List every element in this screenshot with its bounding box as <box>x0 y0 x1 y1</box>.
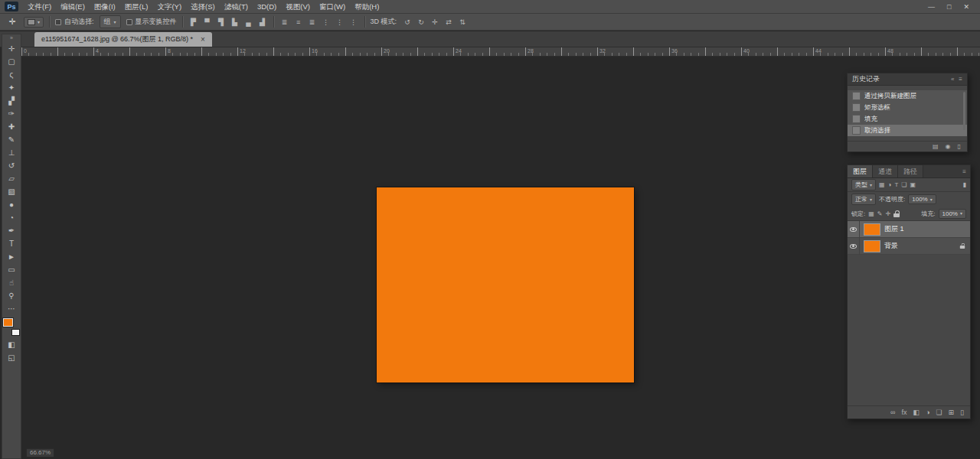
history-state-row[interactable]: 取消选择 <box>848 125 967 136</box>
opacity-field[interactable]: 100% ▾ <box>908 194 936 204</box>
lock-position-icon[interactable]: ✛ <box>886 210 891 217</box>
3d-drag-icon[interactable]: ✛ <box>430 18 440 26</box>
horizontal-ruler[interactable]: 04812162024283236404448 <box>21 47 980 57</box>
filter-adjustment-layers-icon[interactable]: ◑ <box>888 181 892 188</box>
align-bottom-edges-icon[interactable]: ▟ <box>257 18 268 26</box>
new-document-from-state-icon[interactable]: ▤ <box>933 143 939 150</box>
type-tool[interactable]: T <box>2 237 21 250</box>
menu-item[interactable]: 文件(F) <box>23 0 56 14</box>
lasso-tool[interactable]: ς <box>2 68 21 81</box>
history-state-row[interactable]: 矩形选框 <box>848 102 967 113</box>
close-tab-icon[interactable]: × <box>201 35 205 44</box>
hand-tool[interactable]: ☝ <box>2 276 21 289</box>
collapse-toolbar-button[interactable]: » <box>10 34 13 42</box>
align-left-edges-icon[interactable]: ▛ <box>188 18 199 26</box>
menu-item[interactable]: 视图(V) <box>281 0 315 14</box>
brush-tool[interactable]: ✎ <box>2 133 21 146</box>
align-vertical-centers-icon[interactable]: ▄ <box>243 18 254 26</box>
history-state-row[interactable]: 通过拷贝新建图层 <box>848 90 967 102</box>
eraser-tool[interactable]: ▱ <box>2 172 21 185</box>
document-tab[interactable]: e115951674_1628.jpg @ 66.7%(图层 1, RGB/8)… <box>34 32 212 47</box>
add-layer-mask-icon[interactable]: ◧ <box>913 409 920 416</box>
auto-select-checkbox[interactable]: 自动选择: <box>55 17 94 27</box>
layer-row[interactable]: 图层 1 <box>848 221 970 238</box>
foreground-color-swatch[interactable] <box>3 318 13 327</box>
align-horizontal-centers-icon[interactable]: ▀ <box>202 18 213 26</box>
minimize-button[interactable]: — <box>928 3 935 11</box>
menu-item[interactable]: 图像(I) <box>90 0 120 14</box>
delete-state-icon[interactable]: ▯ <box>958 143 961 150</box>
new-layer-icon[interactable]: ⊞ <box>949 409 955 416</box>
dodge-tool[interactable]: ◔ <box>2 211 21 224</box>
history-state-row[interactable]: 填充 <box>848 113 967 125</box>
background-color-swatch[interactable] <box>11 329 20 336</box>
quick-selection-tool[interactable]: ✦ <box>2 81 21 94</box>
new-snapshot-icon[interactable]: ◉ <box>946 143 951 150</box>
edit-toolbar-button[interactable]: ⋯ <box>2 302 21 315</box>
rectangular-marquee-tool[interactable]: ▢ <box>2 55 21 68</box>
quick-mask-button[interactable]: ◧ <box>2 338 21 351</box>
align-top-edges-icon[interactable]: ▙ <box>230 18 240 26</box>
shape-tool[interactable]: ▭ <box>2 263 21 276</box>
path-selection-tool[interactable]: ► <box>2 250 21 263</box>
menu-item[interactable]: 选择(S) <box>186 0 220 14</box>
layer-visibility-toggle[interactable] <box>848 238 860 255</box>
distribute-horizontal-centers-icon[interactable]: ⋮ <box>335 18 345 26</box>
menu-item[interactable]: 3D(D) <box>253 0 281 14</box>
distribute-vertical-centers-icon[interactable]: ≡ <box>293 18 304 26</box>
screen-mode-button[interactable]: ◱ <box>2 351 21 364</box>
panel-menu-icon[interactable]: ≡ <box>962 168 970 175</box>
tool-preset-picker[interactable]: ▾ <box>24 17 44 28</box>
blend-mode-dropdown[interactable]: 正常 ▾ <box>851 194 876 205</box>
distribute-left-edges-icon[interactable]: ⋮ <box>321 18 332 26</box>
distribute-bottom-edges-icon[interactable]: ≣ <box>307 18 318 26</box>
layer-visibility-toggle[interactable] <box>848 221 860 238</box>
menu-item[interactable]: 滤镜(T) <box>220 0 253 14</box>
history-brush-tool[interactable]: ↺ <box>2 159 21 172</box>
link-layers-icon[interactable]: ∞ <box>890 409 895 416</box>
filter-toggle-icon[interactable]: ▮ <box>963 181 966 188</box>
document-canvas[interactable] <box>377 187 634 382</box>
tab-channels[interactable]: 通道 <box>873 165 898 177</box>
menu-item[interactable]: 帮助(H) <box>350 0 384 14</box>
3d-rotate-icon[interactable]: ↺ <box>402 18 413 26</box>
filter-shape-layers-icon[interactable]: ❏ <box>901 181 906 188</box>
layer-thumbnail[interactable] <box>864 240 880 252</box>
3d-slide-icon[interactable]: ⇄ <box>443 18 454 26</box>
collapse-panel-icon[interactable]: « <box>951 76 954 83</box>
lock-transparent-pixels-icon[interactable]: ▦ <box>868 210 874 217</box>
filter-type-dropdown[interactable]: 类型 ▾ <box>851 179 876 190</box>
lock-image-pixels-icon[interactable]: ✎ <box>877 210 883 217</box>
panel-menu-icon[interactable]: ≡ <box>959 76 962 83</box>
crop-tool[interactable]: ▞ <box>2 94 21 107</box>
filter-smart-objects-icon[interactable]: ▣ <box>910 181 916 188</box>
3d-scale-icon[interactable]: ⇅ <box>457 18 468 26</box>
pen-tool[interactable]: ✒ <box>2 224 21 237</box>
menu-item[interactable]: 文字(Y) <box>152 0 186 14</box>
layer-thumbnail[interactable] <box>864 223 880 236</box>
history-scrollbar[interactable] <box>963 92 965 130</box>
3d-roll-icon[interactable]: ↻ <box>416 18 426 26</box>
distribute-top-edges-icon[interactable]: ≣ <box>279 18 290 26</box>
tab-paths[interactable]: 路径 <box>898 165 923 177</box>
align-right-edges-icon[interactable]: ▜ <box>216 18 227 26</box>
blur-tool[interactable]: ● <box>2 198 21 211</box>
history-panel-header[interactable]: 历史记录 « ≡ <box>848 73 967 86</box>
spot-healing-brush-tool[interactable]: ✚ <box>2 120 21 133</box>
close-button[interactable]: ✕ <box>963 3 969 11</box>
fill-field[interactable]: 100% ▾ <box>939 209 966 219</box>
lock-all-icon[interactable] <box>893 210 900 217</box>
menu-item[interactable]: 编辑(E) <box>56 0 90 14</box>
show-transform-checkbox[interactable]: 显示变换控件 <box>126 17 177 27</box>
new-group-icon[interactable]: ❏ <box>936 409 942 416</box>
layer-row[interactable]: 背景 <box>848 238 970 255</box>
app-logo[interactable]: Ps <box>5 2 18 11</box>
move-tool[interactable]: ✛ <box>2 42 21 55</box>
layer-style-icon[interactable]: fx <box>901 409 906 416</box>
filter-type-layers-icon[interactable]: T <box>894 181 898 188</box>
clone-stamp-tool[interactable]: ⊥ <box>2 146 21 159</box>
maximize-button[interactable]: □ <box>947 3 951 11</box>
auto-select-target-dropdown[interactable]: 组 ▾ <box>100 15 121 28</box>
zoom-tool[interactable]: ⚲ <box>2 289 21 302</box>
zoom-level-field[interactable]: 66.67% <box>26 448 54 457</box>
